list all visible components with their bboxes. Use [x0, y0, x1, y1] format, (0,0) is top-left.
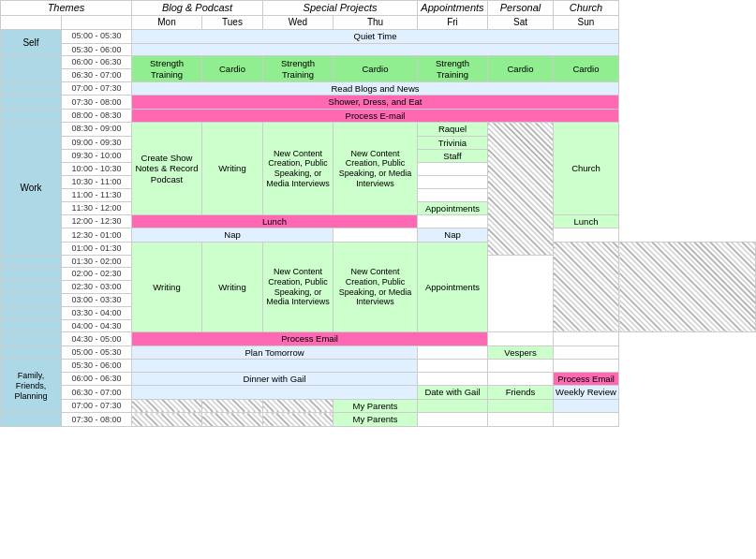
strength-mon: Strength Training: [132, 56, 202, 82]
writing-tue-pm: Writing: [202, 242, 263, 332]
fri-0730: [418, 413, 488, 426]
time-0800: 08:00 - 08:30: [62, 109, 132, 122]
time-1100: 11:00 - 11:30: [62, 188, 132, 201]
new-content-wed-pm: New Content Creation, Public Speaking, o…: [263, 242, 334, 332]
theme-family: Family, Friends, Planning: [1, 360, 62, 413]
theme-work-pm6: [1, 319, 62, 332]
shower: Shower, Dress, and Eat: [132, 96, 619, 109]
theme-work-pm: [1, 255, 62, 268]
theme-work-pm7: [1, 332, 62, 346]
theme-work-pm2: [1, 268, 62, 281]
writing-mon-pm: Writing: [132, 242, 202, 332]
strength-fri: Strength Training: [418, 56, 488, 82]
col-sun: Sun: [554, 16, 619, 30]
mon-0700-hatched: [132, 399, 202, 412]
time-0430: 04:30 - 05:00: [62, 332, 132, 346]
fri-0530: [418, 360, 488, 373]
time-0630-pm: 06:30 - 07:00: [62, 386, 132, 399]
appointments-fri-pm: Appointments: [418, 242, 488, 332]
time-1200: 12:00 - 12:30: [62, 215, 132, 228]
thu-nap: [334, 228, 418, 242]
time-1130: 11:30 - 12:00: [62, 201, 132, 214]
theme-family2: [1, 413, 62, 426]
mon-0730-hatched: [132, 413, 202, 426]
theme-work-pm3: [1, 281, 62, 294]
theme-work-pm5: [1, 306, 62, 319]
appointments-fri-late: Appointments: [418, 201, 488, 214]
sun-0430: [554, 332, 619, 346]
col-mon: Mon: [132, 16, 202, 30]
process-email-morning: Process E-mail: [132, 109, 619, 122]
create-show-mon: Create Show Notes & Record Podcast: [132, 123, 202, 215]
col-themes-label: [1, 16, 62, 30]
cardio-tue: Cardio: [202, 56, 263, 82]
weekly-review-sun: Weekly Review: [554, 386, 619, 399]
time-0500-pm: 05:00 - 05:30: [62, 346, 132, 359]
vespers-sat: Vespers: [488, 346, 554, 359]
staff-fri: Staff: [418, 149, 488, 162]
theme-work-pm8: [1, 346, 62, 359]
sun-lunch: Lunch: [554, 215, 619, 228]
date-gail-fri: Date with Gail: [418, 386, 488, 399]
sat-0730: [488, 413, 554, 426]
sat-0430: [488, 332, 554, 346]
quiet-time-row1: Quiet Time: [132, 30, 619, 43]
wed-0730-hatched: [263, 413, 334, 426]
time-0330: 03:30 - 04:00: [62, 306, 132, 319]
time-0300: 03:00 - 03:30: [62, 294, 132, 307]
time-0730-pm: 07:30 - 08:00: [62, 413, 132, 426]
group-personal: Personal: [488, 1, 554, 16]
plan-tomorrow2: [132, 360, 418, 373]
new-content-thu-pm: New Content Creation, Public Speaking, o…: [334, 242, 418, 332]
new-content-thu: New Content Creation, Public Speaking, o…: [334, 123, 418, 215]
date-gail-fri2: [418, 399, 488, 412]
sun-0730: [554, 413, 619, 426]
time-0730: 07:30 - 08:00: [62, 96, 132, 109]
sat-0530: [488, 360, 554, 373]
sat-morning-hatched: [488, 123, 554, 256]
col-sat: Sat: [488, 16, 554, 30]
time-1000: 10:00 - 10:30: [62, 163, 132, 176]
time-0900: 09:00 - 09:30: [62, 136, 132, 149]
col-wed: Wed: [263, 16, 334, 30]
theme-self: Self: [1, 30, 62, 56]
friends-sat: Friends: [488, 386, 554, 399]
cardio-thu: Cardio: [334, 56, 418, 82]
sun-0530: [554, 360, 619, 373]
sun-0500: [554, 346, 619, 359]
theme-self-3: [1, 81, 62, 95]
dinner-gail2: [132, 386, 418, 399]
dinner-gail: Dinner with Gail: [132, 373, 418, 386]
theme-work: Work: [1, 123, 62, 256]
process-email-sun: Process Email: [554, 373, 619, 386]
raquel-fri: Raquel: [418, 123, 488, 136]
fri-nap: Nap: [418, 228, 488, 242]
time-0930: 09:30 - 10:00: [62, 149, 132, 162]
cardio-sun: Cardio: [554, 56, 619, 82]
time-0130: 01:30 - 02:00: [62, 255, 132, 268]
theme-work-pm4: [1, 294, 62, 307]
quiet-time-row2: [132, 43, 619, 56]
col-thu: Thu: [334, 16, 418, 30]
time-0600: 06:00 - 06:30: [62, 56, 132, 69]
time-0530-pm: 05:30 - 06:00: [62, 360, 132, 373]
theme-self-2: [1, 56, 62, 82]
sun-pm-hatched: [619, 242, 756, 332]
time-0230: 02:30 - 03:00: [62, 281, 132, 294]
time-1230: 12:30 - 01:00: [62, 228, 132, 242]
time-0200: 02:00 - 02:30: [62, 268, 132, 281]
writing-tue-am: Writing: [202, 123, 263, 215]
sat-pm-hatched: [554, 242, 619, 332]
sun-nap: [554, 228, 619, 242]
strength-wed: Strength Training: [263, 56, 334, 82]
schedule-container: Themes Blog & Podcast Special Projects A…: [0, 0, 756, 427]
fri-1100: [418, 188, 488, 201]
group-special: Special Projects: [263, 1, 418, 16]
sat-0600: [488, 373, 554, 386]
process-email-eve: Process Email: [132, 332, 488, 346]
new-content-wed: New Content Creation, Public Speaking, o…: [263, 123, 334, 215]
col-fri: Fri: [418, 16, 488, 30]
lunch-row: Lunch: [132, 215, 418, 228]
time-0600-pm: 06:00 - 06:30: [62, 373, 132, 386]
group-church: Church: [554, 1, 619, 16]
